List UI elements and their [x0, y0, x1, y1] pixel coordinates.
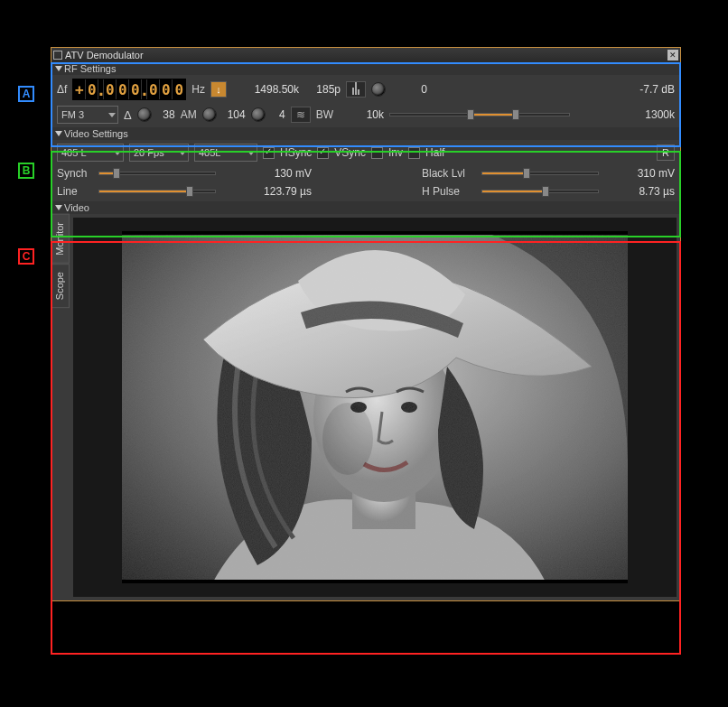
am-value: 104: [222, 108, 246, 121]
freq-down-button[interactable]: ↓: [210, 81, 227, 98]
delta-value: 38: [157, 108, 175, 121]
fm-value: 4: [271, 108, 285, 121]
fm-knob[interactable]: [251, 107, 266, 122]
window-title: ATV Demodulator: [65, 50, 144, 60]
collapse-icon: [55, 131, 62, 136]
svg-point-5: [322, 403, 373, 475]
rf-settings-header[interactable]: RF Settings: [51, 62, 680, 75]
video-view-label: Video: [64, 202, 89, 213]
black-lvl-label: Black Lvl: [422, 167, 476, 180]
rf-settings-label: RF Settings: [64, 63, 116, 74]
black-lvl-slider[interactable]: [481, 167, 599, 180]
hsync-checkbox[interactable]: [263, 147, 275, 159]
line-slider[interactable]: [98, 185, 216, 198]
close-button[interactable]: ✕: [667, 50, 678, 60]
frequency-display[interactable]: + 0 . 0 0 0 . 0 0 0: [72, 79, 186, 100]
hpulse-value: 8.73 µs: [639, 185, 675, 198]
svg-rect-6: [122, 231, 628, 235]
video-view-panel: Video Monitor Scope: [51, 201, 680, 600]
tab-monitor[interactable]: Monitor: [51, 214, 70, 264]
svg-rect-7: [122, 580, 628, 583]
annotation-a: A: [18, 86, 34, 102]
am-knob[interactable]: [202, 107, 217, 122]
bw-slider[interactable]: [389, 108, 570, 121]
video-image: [122, 231, 628, 583]
standard-select[interactable]: 405 L: [57, 144, 124, 162]
sample-rate-value: 1498.50k: [245, 83, 299, 96]
power-db-value: -7.7 dB: [639, 83, 675, 96]
line-label: Line: [57, 185, 93, 198]
video-monitor: [73, 218, 677, 597]
hsync-label: HSync: [280, 146, 312, 159]
hz-label: Hz: [191, 83, 205, 96]
line-value: 123.79 µs: [221, 185, 312, 198]
inv-checkbox[interactable]: [371, 147, 383, 159]
video-settings-label: Video Settings: [64, 128, 128, 139]
hpulse-slider[interactable]: [481, 185, 599, 198]
bw-low-value: 10k: [339, 108, 384, 121]
fps-select[interactable]: 20 Fps: [129, 144, 189, 162]
reset-button[interactable]: R: [657, 144, 675, 161]
modulation-select[interactable]: FM 3: [57, 106, 118, 124]
rf-settings-panel: RF Settings Δf + 0 . 0 0 0 . 0 0 0 Hz ↓: [51, 62, 680, 127]
video-view-header[interactable]: Video: [51, 201, 680, 214]
video-settings-panel: Video Settings 405 L 20 Fps 405L HSync V…: [51, 127, 680, 201]
main-window: ATV Demodulator ✕ RF Settings Δf + 0 . 0…: [51, 47, 681, 601]
bw-high-value: 1300k: [645, 108, 675, 121]
squelch-knob[interactable]: [371, 82, 386, 97]
delta-label: Δ: [124, 108, 132, 122]
window-menu-icon[interactable]: [53, 51, 62, 60]
am-label: AM: [181, 108, 197, 121]
vsync-label: VSync: [334, 146, 366, 159]
synch-slider[interactable]: [98, 167, 216, 180]
bw-label: BW: [316, 108, 333, 121]
collapse-icon: [55, 66, 62, 71]
tab-scope[interactable]: Scope: [51, 264, 70, 308]
annotation-c: C: [18, 248, 34, 265]
svg-point-4: [401, 402, 417, 413]
collapse-icon: [55, 205, 62, 210]
annotation-b: B: [18, 163, 34, 179]
half-label: Half: [425, 146, 444, 159]
lines-select[interactable]: 405L: [194, 144, 257, 162]
inv-label: Inv: [388, 146, 403, 159]
points-value: 185p: [304, 83, 341, 96]
synch-label: Synch: [57, 167, 93, 180]
filter-icon[interactable]: ≋: [291, 107, 311, 123]
spectrum-icon[interactable]: [346, 81, 366, 98]
video-settings-header[interactable]: Video Settings: [51, 127, 680, 140]
half-checkbox[interactable]: [408, 147, 420, 159]
vsync-checkbox[interactable]: [317, 147, 329, 159]
synch-value: 130 mV: [221, 167, 312, 180]
delta-f-label: Δf: [57, 83, 67, 96]
delta-knob[interactable]: [137, 107, 152, 122]
black-lvl-value: 310 mV: [638, 167, 675, 180]
squelch-value: 0: [391, 83, 427, 96]
hpulse-label: H Pulse: [422, 185, 476, 198]
title-bar[interactable]: ATV Demodulator ✕: [51, 48, 680, 62]
